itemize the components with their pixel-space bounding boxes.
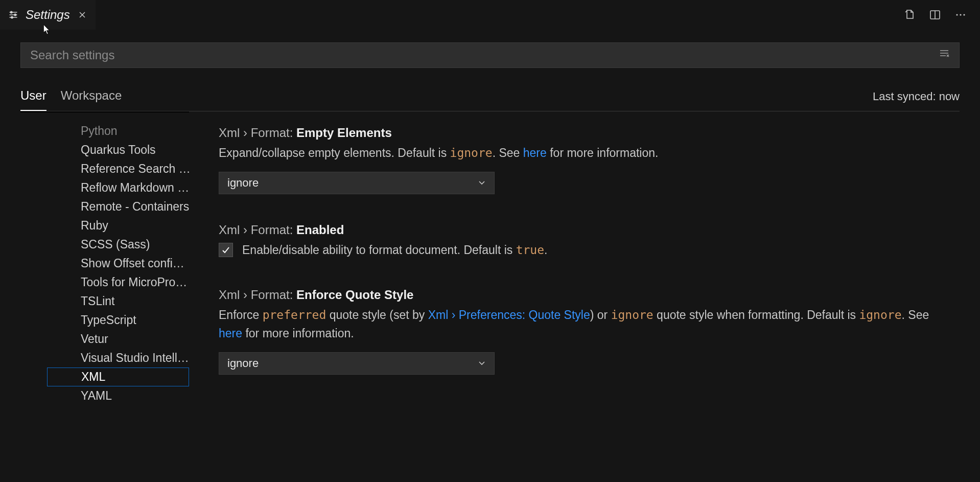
toc-item[interactable]: YAML — [20, 386, 189, 405]
desc-link-here[interactable]: here — [523, 146, 547, 159]
desc-text: Expand/collapse empty elements. Default … — [219, 146, 450, 159]
title-crumb: Xml › Format: — [219, 223, 293, 237]
desc-code: preferred — [263, 308, 326, 322]
setting-description: Enable/disable ability to format documen… — [242, 241, 547, 260]
close-icon[interactable] — [77, 10, 87, 20]
toc-item[interactable]: Show Offset confi… — [20, 254, 189, 273]
tab-title: Settings — [26, 8, 70, 22]
svg-point-11 — [960, 14, 961, 15]
settings-editor[interactable]: Xml › Format: Empty Elements Expand/coll… — [189, 111, 960, 474]
setting-checkbox-row: Enable/disable ability to format documen… — [219, 241, 939, 260]
toc-item[interactable]: Ruby — [20, 216, 189, 235]
setting-description: Expand/collapse empty elements. Default … — [219, 144, 939, 163]
title-key: Enabled — [296, 223, 344, 237]
desc-text: for more information. — [242, 327, 354, 340]
desc-text: ) or — [590, 308, 611, 322]
desc-text: . See — [493, 146, 523, 159]
sync-status: Last synced: now — [873, 90, 960, 103]
toc-item[interactable]: SCSS (Sass) — [20, 235, 189, 254]
desc-text: for more information. — [547, 146, 659, 159]
desc-text: Enable/disable ability to format documen… — [242, 243, 516, 257]
desc-link-quote-style[interactable]: Xml › Preferences: Quote Style — [428, 308, 590, 322]
desc-code: ignore — [611, 308, 654, 322]
setting-empty-elements: Xml › Format: Empty Elements Expand/coll… — [219, 126, 939, 194]
setting-title: Xml › Format: Empty Elements — [219, 126, 939, 140]
more-actions-icon[interactable] — [953, 8, 968, 22]
desc-text: Enforce — [219, 308, 263, 322]
setting-format-enabled: Xml › Format: Enabled Enable/disable abi… — [219, 223, 939, 260]
svg-point-12 — [963, 14, 965, 15]
svg-point-4 — [14, 14, 16, 16]
tab-bar: Settings — [0, 0, 980, 30]
toc-item[interactable]: Quarkus Tools — [20, 141, 189, 159]
scope-tab-workspace[interactable]: Workspace — [61, 82, 122, 111]
open-changes-icon[interactable] — [902, 8, 917, 22]
toc-item[interactable]: Remote - Containers — [20, 197, 189, 216]
desc-code: ignore — [859, 308, 901, 322]
toc-item-xml[interactable]: XML — [47, 368, 189, 386]
setting-description: Enforce preferred quote style (set by Xm… — [219, 306, 939, 342]
split-editor-icon[interactable] — [928, 8, 942, 22]
checkbox[interactable] — [219, 243, 233, 257]
toc-item[interactable]: TSLint — [20, 292, 189, 311]
chevron-down-icon — [478, 357, 486, 370]
settings-content: Python Quarkus Tools Reference Search … … — [20, 111, 960, 474]
setting-enforce-quote-style: Xml › Format: Enforce Quote Style Enforc… — [219, 288, 939, 374]
toc-item[interactable]: Vetur — [20, 330, 189, 349]
clear-search-icon[interactable] — [939, 48, 950, 62]
desc-code: true — [516, 243, 544, 257]
title-crumb: Xml › Format: — [219, 288, 293, 302]
scope-tab-user[interactable]: User — [20, 82, 46, 111]
toc-item[interactable]: Python — [20, 122, 189, 141]
title-crumb: Xml › Format: — [219, 126, 293, 140]
desc-text: . — [544, 243, 547, 257]
select-value: ignore — [227, 176, 259, 190]
toc-item[interactable]: Reference Search … — [20, 159, 189, 178]
setting-title: Xml › Format: Enforce Quote Style — [219, 288, 939, 302]
desc-code: ignore — [450, 146, 493, 159]
title-key: Enforce Quote Style — [296, 288, 413, 302]
toc-item[interactable]: Reflow Markdown … — [20, 178, 189, 197]
chevron-down-icon — [478, 176, 486, 190]
desc-link-here[interactable]: here — [219, 327, 242, 340]
svg-point-10 — [956, 14, 958, 15]
desc-text: quote style when formatting. Default is — [654, 308, 859, 322]
search-input[interactable] — [30, 48, 939, 62]
settings-outline-icon — [8, 10, 18, 20]
scope-tabs: User Workspace — [20, 82, 122, 111]
settings-toc[interactable]: Python Quarkus Tools Reference Search … … — [20, 111, 189, 474]
svg-point-5 — [11, 16, 13, 18]
scope-row: User Workspace Last synced: now — [20, 82, 960, 111]
select-value: ignore — [227, 357, 259, 370]
tabs-right — [902, 0, 980, 30]
title-key: Empty Elements — [296, 126, 392, 140]
setting-title: Xml › Format: Enabled — [219, 223, 939, 237]
setting-select[interactable]: ignore — [219, 172, 495, 194]
settings-body: User Workspace Last synced: now Python Q… — [0, 30, 980, 482]
toc-item[interactable]: Visual Studio Intell… — [20, 349, 189, 368]
desc-text: quote style (set by — [326, 308, 428, 322]
toc-item[interactable]: Tools for MicroPro… — [20, 273, 189, 292]
desc-text: . See — [902, 308, 929, 322]
search-settings[interactable] — [20, 42, 960, 68]
svg-point-3 — [11, 11, 13, 13]
toc-item[interactable]: TypeScript — [20, 311, 189, 330]
setting-select[interactable]: ignore — [219, 352, 495, 375]
mouse-cursor-icon — [43, 25, 51, 35]
